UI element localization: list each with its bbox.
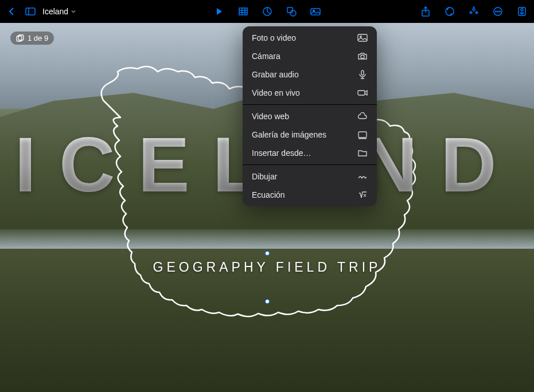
menu-item-photo-video[interactable]: Foto o video [243, 29, 377, 47]
menu-label: Ecuación [252, 190, 285, 199]
shape-button[interactable] [285, 5, 298, 18]
menu-item-draw[interactable]: Dibujar [243, 167, 377, 186]
menu-label: Foto o video [252, 33, 296, 42]
svg-rect-8 [287, 7, 293, 13]
menu-group-3: Dibujar Ecuación [243, 165, 377, 206]
sidebar-toggle-icon[interactable] [24, 5, 37, 18]
svg-point-25 [360, 36, 362, 38]
table-button[interactable] [237, 5, 250, 18]
menu-item-equation[interactable]: Ecuación [243, 186, 377, 204]
menu-label: Galería de imágenes [252, 130, 326, 139]
svg-point-15 [496, 11, 497, 12]
svg-rect-30 [358, 138, 367, 139]
back-button[interactable] [6, 5, 18, 18]
menu-label: Cámara [252, 52, 280, 61]
menu-group-1: Foto o video Cámara Grabar audio Video e… [243, 26, 377, 105]
menu-item-insert-from[interactable]: Insertar desde… [243, 144, 377, 162]
toolbar-left: Iceland [6, 5, 76, 18]
toolbar-center [213, 5, 322, 18]
menu-label: Video en vivo [252, 88, 300, 97]
svg-rect-10 [311, 9, 320, 15]
menu-item-live-video[interactable]: Video en vivo [243, 84, 377, 102]
slides-icon [16, 34, 24, 42]
animate-button[interactable] [467, 5, 480, 18]
slide-subtitle[interactable]: GEOGRAPHY FIELD TRIP [153, 260, 381, 275]
svg-rect-23 [18, 35, 24, 40]
toolbar: Iceland [0, 0, 534, 23]
photo-landscape-icon [357, 33, 368, 43]
menu-label: Insertar desde… [252, 148, 311, 158]
svg-point-19 [521, 9, 523, 11]
more-button[interactable] [492, 5, 504, 18]
play-button[interactable] [213, 5, 225, 18]
collaborate-button[interactable] [443, 5, 456, 18]
video-live-icon [357, 88, 368, 98]
menu-group-2: Video web Galería de imágenes Insertar d… [243, 105, 377, 165]
svg-point-16 [497, 11, 498, 12]
folder-icon [357, 148, 368, 158]
media-button[interactable] [309, 5, 322, 18]
scribble-icon [357, 171, 368, 182]
chevron-down-icon [71, 9, 76, 14]
slide-counter-badge[interactable]: 1 de 9 [10, 32, 54, 45]
menu-item-web-video[interactable]: Video web [243, 107, 377, 126]
svg-rect-28 [358, 91, 365, 95]
selection-handle-bottom[interactable] [265, 299, 270, 304]
insert-menu-dropdown: Foto o video Cámara Grabar audio Video e… [243, 26, 377, 206]
chart-button[interactable] [261, 5, 274, 18]
svg-point-26 [361, 55, 364, 58]
menu-label: Video web [252, 112, 289, 121]
share-button[interactable] [419, 5, 432, 18]
camera-icon [357, 51, 368, 61]
microphone-icon [357, 69, 368, 80]
menu-item-record-audio[interactable]: Grabar audio [243, 65, 377, 84]
menu-item-image-gallery[interactable]: Galería de imágenes [243, 126, 377, 144]
document-title[interactable]: Iceland [42, 7, 76, 16]
equation-icon [357, 190, 368, 200]
gallery-icon [357, 130, 368, 140]
svg-rect-27 [361, 70, 364, 75]
menu-label: Grabar audio [252, 70, 299, 79]
menu-item-camera[interactable]: Cámara [243, 47, 377, 65]
svg-rect-2 [239, 8, 247, 15]
svg-rect-29 [358, 132, 367, 138]
slide-counter-text: 1 de 9 [28, 34, 48, 42]
toolbar-right [419, 5, 528, 18]
svg-point-13 [446, 7, 454, 15]
format-button[interactable] [516, 5, 528, 18]
svg-point-17 [500, 11, 501, 12]
selection-handle-top[interactable] [265, 251, 270, 256]
svg-rect-22 [17, 36, 22, 41]
doc-title-text: Iceland [42, 7, 68, 16]
svg-rect-24 [358, 34, 367, 41]
svg-point-9 [290, 10, 296, 16]
svg-rect-0 [26, 8, 35, 15]
cloud-icon [357, 111, 368, 121]
menu-label: Dibujar [252, 172, 277, 181]
